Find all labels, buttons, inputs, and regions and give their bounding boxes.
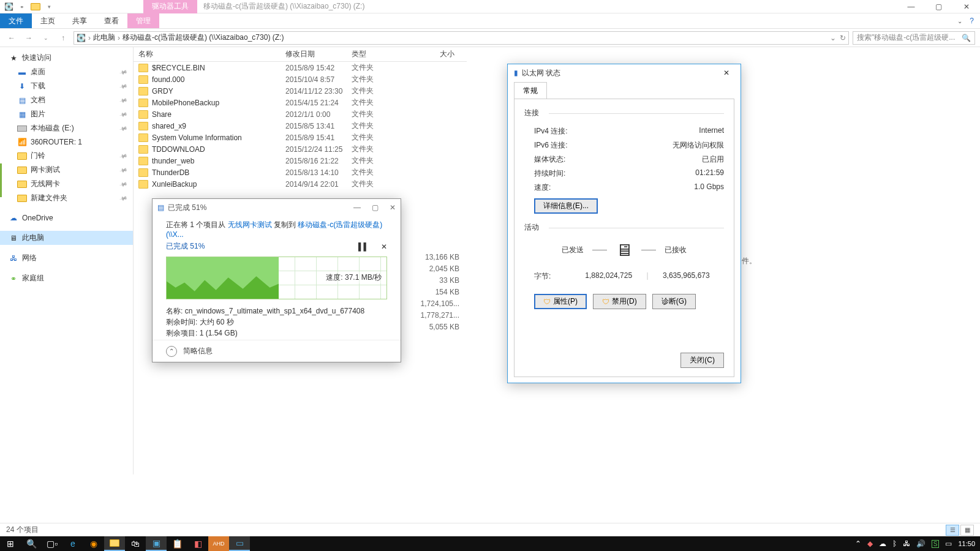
qat-newfolder-icon[interactable]: [31, 2, 40, 12]
file-row[interactable]: found.0002015/10/4 8:57文件夹: [134, 73, 467, 85]
qat-dropdown-icon[interactable]: ▾: [44, 2, 54, 12]
sidebar-quick-access[interactable]: ★快速访问: [0, 51, 133, 65]
ribbon-tab-share[interactable]: 共享: [64, 13, 96, 28]
tray-onedrive-icon[interactable]: ☁: [879, 539, 886, 548]
col-date[interactable]: 修改日期: [285, 49, 352, 59]
close-button[interactable]: ✕: [952, 0, 980, 13]
breadcrumb-refresh-icon[interactable]: ↻: [840, 34, 846, 42]
column-headers: 名称 修改日期 类型 大小: [134, 47, 467, 62]
qat-properties-icon[interactable]: ▫: [17, 2, 27, 12]
copy-pause-button[interactable]: ▌▌: [358, 242, 369, 251]
sidebar-onedrive[interactable]: ☁OneDrive: [0, 211, 133, 225]
sidebar-item-doorbell[interactable]: 门铃: [0, 149, 133, 163]
copy-minimize-button[interactable]: —: [353, 203, 361, 212]
chevron-right-icon[interactable]: ›: [88, 34, 91, 42]
file-row[interactable]: Share2012/1/1 0:00文件夹: [134, 108, 467, 120]
file-name: found.000: [152, 75, 285, 84]
breadcrumb-dropdown-icon[interactable]: ⌄: [830, 34, 836, 42]
sidebar-network[interactable]: 🖧网络: [0, 251, 133, 265]
nav-forward-button[interactable]: →: [22, 31, 36, 45]
sidebar-item-nettest[interactable]: 网卡测试: [0, 163, 133, 177]
col-type[interactable]: 类型: [352, 49, 418, 59]
tray-volume-icon[interactable]: 🔊: [916, 539, 925, 548]
context-tab-drive-tools[interactable]: 驱动器工具: [143, 0, 197, 13]
sidebar-item-downloads[interactable]: ⬇下载: [0, 79, 133, 93]
tray-network-icon[interactable]: 🖧: [903, 539, 910, 548]
file-row[interactable]: GRDY2014/11/12 23:30文件夹: [134, 85, 467, 97]
breadcrumb[interactable]: 💽 › 此电脑 › 移动磁盘-c(迅雷超级硬盘) (\\Xiazaibao_c7…: [74, 31, 849, 45]
eth-close-x-button[interactable]: ✕: [718, 69, 734, 77]
sidebar-item-pictures[interactable]: ▦图片: [0, 107, 133, 121]
taskbar-app4-icon[interactable]: AHD: [208, 536, 229, 551]
file-row[interactable]: ThunderDB2015/8/13 14:10文件夹: [134, 167, 467, 178]
ribbon-expand-icon[interactable]: ⌄: [957, 18, 962, 24]
copy-maximize-button[interactable]: ▢: [372, 203, 379, 212]
help-icon[interactable]: ?: [970, 17, 974, 25]
col-size[interactable]: 大小: [418, 49, 467, 59]
copy-brief-toggle[interactable]: 简略信息: [183, 346, 213, 356]
file-date: 2015/4/15 21:24: [285, 99, 352, 107]
ribbon-tab-manage[interactable]: 管理: [127, 13, 159, 28]
nav-up-button[interactable]: ↑: [56, 31, 70, 45]
tray-ime-icon[interactable]: S: [932, 540, 940, 548]
minimize-button[interactable]: —: [897, 0, 925, 13]
sidebar-homegroup[interactable]: ⚭家庭组: [0, 271, 133, 285]
eth-properties-button[interactable]: 🛡属性(P): [534, 294, 587, 309]
taskbar-explorer-icon[interactable]: [104, 536, 125, 551]
view-details-button[interactable]: ☰: [946, 525, 959, 536]
view-icons-button[interactable]: ▦: [960, 525, 974, 536]
taskbar-app3-icon[interactable]: ◧: [187, 536, 208, 551]
eth-close-button[interactable]: 关闭(C): [680, 353, 724, 368]
ribbon-tab-view[interactable]: 查看: [96, 13, 127, 28]
sidebar-item-documents[interactable]: ▤文档: [0, 93, 133, 107]
sidebar-item-desktop[interactable]: ▬桌面: [0, 65, 133, 79]
taskbar-clock[interactable]: 11:50: [958, 540, 975, 547]
search-input[interactable]: 搜索"移动磁盘-c(迅雷超级硬... 🔍: [853, 31, 975, 45]
chevron-up-icon[interactable]: ⌃: [166, 346, 177, 357]
taskbar-app5-icon[interactable]: ▭: [229, 536, 250, 551]
eth-tab-general[interactable]: 常规: [514, 82, 547, 99]
eth-disable-button[interactable]: 🛡禁用(D): [593, 294, 646, 309]
start-button[interactable]: ⊞: [0, 536, 21, 551]
maximize-button[interactable]: ▢: [925, 0, 952, 13]
sidebar-item-360router[interactable]: 📶360ROUTER: 1: [0, 135, 133, 149]
nav-recent-icon[interactable]: ⌄: [39, 31, 53, 45]
sidebar-thispc[interactable]: 🖥此电脑: [0, 231, 133, 245]
tray-up-icon[interactable]: ⌃: [855, 539, 861, 548]
sidebar-item-local-e[interactable]: 本地磁盘 (E:): [0, 121, 133, 135]
copy-close-button[interactable]: ✕: [390, 203, 396, 212]
ribbon-tab-home[interactable]: 主页: [32, 13, 64, 28]
taskbar-app2-icon[interactable]: 📋: [167, 536, 187, 551]
taskbar-app1-icon[interactable]: ▣: [146, 536, 167, 551]
file-row[interactable]: XunleiBackup2014/9/14 22:01文件夹: [134, 178, 467, 190]
tray-action-icon[interactable]: ▭: [945, 539, 952, 548]
col-name[interactable]: 名称: [138, 49, 285, 59]
eth-diagnose-button[interactable]: 诊断(G): [652, 294, 696, 309]
copy-src-link[interactable]: 无线网卡测试: [228, 220, 272, 229]
file-row[interactable]: System Volume Information2015/8/9 15:41文…: [134, 132, 467, 143]
file-row[interactable]: $RECYCLE.BIN2015/8/9 15:42文件夹: [134, 62, 467, 73]
chevron-right-icon[interactable]: ›: [118, 34, 120, 42]
cloud-icon: ☁: [9, 213, 18, 223]
taskbar-taskview-icon[interactable]: ▢▫: [42, 536, 62, 551]
file-row[interactable]: shared_x92015/8/5 13:41文件夹: [134, 120, 467, 132]
copy-cancel-button[interactable]: ✕: [381, 242, 387, 251]
taskbar-search-icon[interactable]: 🔍: [21, 536, 42, 551]
breadcrumb-drive[interactable]: 移动磁盘-c(迅雷超级硬盘) (\\Xiazaibao_c730) (Z:): [123, 32, 284, 43]
tray-bluetooth-icon[interactable]: ᛒ: [892, 539, 897, 548]
eth-details-button[interactable]: 详细信息(E)...: [534, 198, 598, 214]
breadcrumb-thispc[interactable]: 此电脑: [93, 32, 115, 43]
picture-icon: ▦: [17, 110, 27, 119]
taskbar-store-icon[interactable]: 🛍: [125, 536, 146, 551]
ethernet-icon: ▮: [514, 69, 518, 77]
file-row[interactable]: thunder_web2015/8/16 21:22文件夹: [134, 155, 467, 167]
taskbar-firefox-icon[interactable]: ◉: [83, 536, 104, 551]
taskbar-edge-icon[interactable]: e: [62, 536, 83, 551]
tray-app-icon[interactable]: ◆: [867, 539, 873, 548]
sidebar-item-wifi[interactable]: 无线网卡: [0, 177, 133, 191]
ribbon-tab-file[interactable]: 文件: [0, 13, 32, 28]
sidebar-item-newfolder[interactable]: 新建文件夹: [0, 191, 133, 205]
file-row[interactable]: MobilePhoneBackup2015/4/15 21:24文件夹: [134, 97, 467, 108]
file-row[interactable]: TDDOWNLOAD2015/12/24 11:25文件夹: [134, 143, 467, 155]
nav-back-button[interactable]: ←: [5, 31, 18, 45]
